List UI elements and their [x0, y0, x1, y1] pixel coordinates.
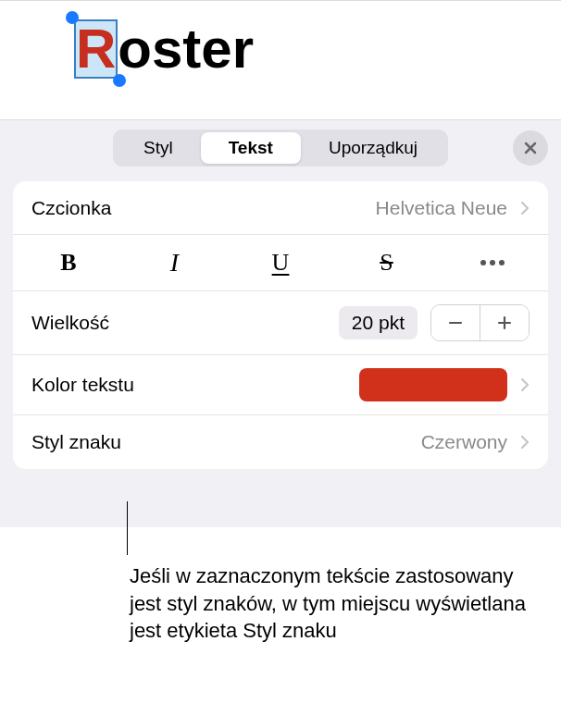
- chevron-right-icon: [520, 201, 530, 216]
- text-color-row[interactable]: Kolor tekstu: [13, 355, 548, 415]
- chevron-right-icon: [520, 377, 530, 392]
- font-row[interactable]: Czcionka Helvetica Neue: [13, 181, 548, 235]
- tab-arrange[interactable]: Uporządkuj: [301, 132, 445, 164]
- format-panel: Styl Tekst Uporządkuj Czcionka Helvetica…: [0, 120, 561, 527]
- close-icon: [523, 141, 538, 155]
- panel-tabs: Styl Tekst Uporządkuj: [13, 130, 548, 167]
- text-color-label: Kolor tekstu: [31, 374, 134, 396]
- document-canvas: R oster: [0, 0, 561, 120]
- character-style-row[interactable]: Styl znaku Czerwony: [13, 415, 548, 469]
- callout-text: Jeśli w zaznaczonym tekście zastosowany …: [130, 562, 528, 645]
- italic-button[interactable]: I: [147, 244, 203, 281]
- selection-handle-start[interactable]: [66, 11, 79, 24]
- size-value[interactable]: 20 pkt: [339, 306, 418, 339]
- tab-style[interactable]: Styl: [116, 132, 201, 164]
- underline-button[interactable]: U: [253, 244, 308, 281]
- bold-button[interactable]: B: [41, 244, 96, 281]
- text-color-swatch[interactable]: [359, 368, 507, 401]
- tab-text[interactable]: Tekst: [201, 132, 301, 164]
- text-options-card: Czcionka Helvetica Neue B I U S Wielkość…: [13, 181, 548, 469]
- more-options-button[interactable]: [465, 244, 520, 281]
- format-buttons-row: B I U S: [13, 235, 548, 291]
- rest-text: oster: [118, 21, 254, 77]
- size-label: Wielkość: [31, 312, 109, 334]
- strikethrough-button[interactable]: S: [359, 244, 415, 281]
- selection-handle-end[interactable]: [113, 74, 126, 87]
- segmented-control: Styl Tekst Uporządkuj: [113, 130, 448, 167]
- size-increase-button[interactable]: [480, 305, 529, 340]
- text-sample: R oster: [74, 19, 254, 79]
- callout-line: [127, 501, 128, 555]
- selected-letter: R: [76, 21, 116, 77]
- font-value: Helvetica Neue: [376, 197, 507, 219]
- size-decrease-button[interactable]: [431, 305, 480, 340]
- font-label: Czcionka: [31, 197, 111, 219]
- text-selection[interactable]: R: [74, 19, 118, 79]
- plus-icon: [495, 314, 514, 332]
- close-button[interactable]: [513, 130, 548, 166]
- chevron-right-icon: [520, 435, 530, 450]
- minus-icon: [446, 314, 465, 332]
- size-row: Wielkość 20 pkt: [13, 291, 548, 355]
- size-stepper: [430, 304, 530, 341]
- character-style-value: Czerwony: [421, 431, 507, 453]
- character-style-label: Styl znaku: [31, 431, 121, 453]
- more-icon: [480, 260, 505, 265]
